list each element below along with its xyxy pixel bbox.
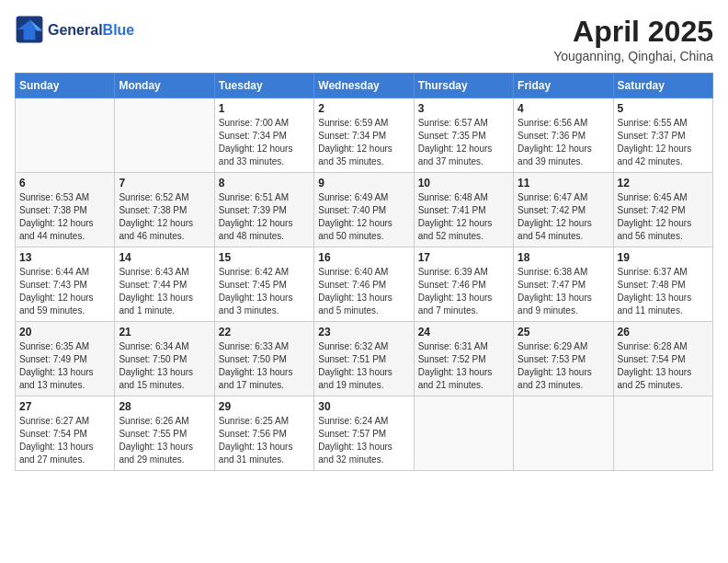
calendar-week-row: 13Sunrise: 6:44 AMSunset: 7:43 PMDayligh… [16,247,713,322]
day-info: Sunrise: 6:26 AMSunset: 7:55 PMDaylight:… [119,415,210,466]
day-info: Sunrise: 6:38 AMSunset: 7:47 PMDaylight:… [518,266,609,317]
weekday-header-tuesday: Tuesday [214,74,313,98]
day-info: Sunrise: 6:37 AMSunset: 7:48 PMDaylight:… [618,266,709,317]
day-number: 12 [618,177,709,190]
calendar-cell: 3Sunrise: 6:57 AMSunset: 7:35 PMDaylight… [414,98,513,173]
day-info: Sunrise: 6:42 AMSunset: 7:45 PMDaylight:… [219,266,310,317]
calendar-cell: 7Sunrise: 6:52 AMSunset: 7:38 PMDaylight… [115,173,214,247]
day-info: Sunrise: 6:40 AMSunset: 7:46 PMDaylight:… [318,266,409,317]
day-info: Sunrise: 6:31 AMSunset: 7:52 PMDaylight:… [418,340,509,392]
day-number: 5 [618,102,709,115]
day-info: Sunrise: 6:51 AMSunset: 7:39 PMDaylight:… [219,191,310,243]
calendar-week-row: 20Sunrise: 6:35 AMSunset: 7:49 PMDayligh… [16,322,713,396]
calendar-cell: 17Sunrise: 6:39 AMSunset: 7:46 PMDayligh… [414,247,513,322]
day-info: Sunrise: 6:35 AMSunset: 7:49 PMDaylight:… [19,340,110,392]
weekday-header-wednesday: Wednesday [314,74,414,98]
day-info: Sunrise: 6:45 AMSunset: 7:42 PMDaylight:… [618,191,709,243]
day-number: 19 [618,251,709,264]
calendar-table: SundayMondayTuesdayWednesdayThursdayFrid… [15,73,713,471]
day-number: 25 [518,326,609,339]
day-number: 10 [418,177,509,190]
calendar-cell: 28Sunrise: 6:26 AMSunset: 7:55 PMDayligh… [115,396,214,471]
weekday-header-sunday: Sunday [16,74,115,98]
day-number: 8 [219,177,310,190]
day-number: 1 [219,102,310,115]
day-info: Sunrise: 6:32 AMSunset: 7:51 PMDaylight:… [318,340,409,392]
day-info: Sunrise: 6:59 AMSunset: 7:34 PMDaylight:… [318,117,409,168]
day-info: Sunrise: 6:55 AMSunset: 7:37 PMDaylight:… [618,117,709,168]
day-number: 4 [518,102,609,115]
day-info: Sunrise: 6:53 AMSunset: 7:38 PMDaylight:… [19,191,110,243]
location-subtitle: Youganning, Qinghai, China [553,49,713,63]
day-info: Sunrise: 6:56 AMSunset: 7:36 PMDaylight:… [518,117,609,168]
weekday-header-friday: Friday [514,74,613,98]
calendar-cell [115,98,214,173]
calendar-cell [613,396,712,471]
calendar-cell: 29Sunrise: 6:25 AMSunset: 7:56 PMDayligh… [214,396,313,471]
calendar-cell: 13Sunrise: 6:44 AMSunset: 7:43 PMDayligh… [16,247,115,322]
day-info: Sunrise: 6:28 AMSunset: 7:54 PMDaylight:… [618,340,709,392]
day-info: Sunrise: 6:57 AMSunset: 7:35 PMDaylight:… [418,117,509,168]
calendar-cell: 10Sunrise: 6:48 AMSunset: 7:41 PMDayligh… [414,173,513,247]
calendar-cell: 25Sunrise: 6:29 AMSunset: 7:53 PMDayligh… [514,322,613,396]
calendar-cell: 26Sunrise: 6:28 AMSunset: 7:54 PMDayligh… [613,322,712,396]
calendar-cell: 24Sunrise: 6:31 AMSunset: 7:52 PMDayligh… [414,322,513,396]
calendar-cell: 5Sunrise: 6:55 AMSunset: 7:37 PMDaylight… [613,98,712,173]
day-number: 28 [119,400,210,413]
calendar-cell: 30Sunrise: 6:24 AMSunset: 7:57 PMDayligh… [314,396,414,471]
day-info: Sunrise: 6:27 AMSunset: 7:54 PMDaylight:… [19,415,110,466]
calendar-cell: 8Sunrise: 6:51 AMSunset: 7:39 PMDaylight… [214,173,313,247]
day-number: 27 [19,400,110,413]
calendar-week-row: 27Sunrise: 6:27 AMSunset: 7:54 PMDayligh… [16,396,713,471]
calendar-cell: 2Sunrise: 6:59 AMSunset: 7:34 PMDaylight… [314,98,414,173]
day-number: 26 [618,326,709,339]
weekday-header-thursday: Thursday [414,74,513,98]
weekday-header-monday: Monday [115,74,214,98]
day-number: 21 [119,326,210,339]
day-info: Sunrise: 6:29 AMSunset: 7:53 PMDaylight:… [518,340,609,392]
day-info: Sunrise: 6:49 AMSunset: 7:40 PMDaylight:… [318,191,409,243]
calendar-cell [414,396,513,471]
calendar-cell: 20Sunrise: 6:35 AMSunset: 7:49 PMDayligh… [16,322,115,396]
day-number: 17 [418,251,509,264]
page-header: GeneralBlue April 2025 Youganning, Qingh… [15,15,713,63]
weekday-header-saturday: Saturday [613,74,712,98]
calendar-cell: 11Sunrise: 6:47 AMSunset: 7:42 PMDayligh… [514,173,613,247]
calendar-week-row: 6Sunrise: 6:53 AMSunset: 7:38 PMDaylight… [16,173,713,247]
logo: GeneralBlue [15,15,134,44]
calendar-cell: 21Sunrise: 6:34 AMSunset: 7:50 PMDayligh… [115,322,214,396]
day-info: Sunrise: 6:47 AMSunset: 7:42 PMDaylight:… [518,191,609,243]
title-block: April 2025 Youganning, Qinghai, China [553,15,713,63]
calendar-cell: 6Sunrise: 6:53 AMSunset: 7:38 PMDaylight… [16,173,115,247]
calendar-cell: 19Sunrise: 6:37 AMSunset: 7:48 PMDayligh… [613,247,712,322]
calendar-cell: 27Sunrise: 6:27 AMSunset: 7:54 PMDayligh… [16,396,115,471]
month-title: April 2025 [553,15,713,49]
day-number: 24 [418,326,509,339]
calendar-cell: 23Sunrise: 6:32 AMSunset: 7:51 PMDayligh… [314,322,414,396]
day-number: 29 [219,400,310,413]
day-info: Sunrise: 6:33 AMSunset: 7:50 PMDaylight:… [219,340,310,392]
calendar-cell: 14Sunrise: 6:43 AMSunset: 7:44 PMDayligh… [115,247,214,322]
day-number: 22 [219,326,310,339]
day-number: 2 [318,102,409,115]
day-number: 14 [119,251,210,264]
day-info: Sunrise: 6:43 AMSunset: 7:44 PMDaylight:… [119,266,210,317]
logo-blue-text: Blue [103,22,135,38]
day-number: 18 [518,251,609,264]
day-info: Sunrise: 6:52 AMSunset: 7:38 PMDaylight:… [119,191,210,243]
calendar-cell [514,396,613,471]
day-info: Sunrise: 6:44 AMSunset: 7:43 PMDaylight:… [19,266,110,317]
calendar-cell: 1Sunrise: 7:00 AMSunset: 7:34 PMDaylight… [214,98,313,173]
calendar-cell [16,98,115,173]
calendar-cell: 16Sunrise: 6:40 AMSunset: 7:46 PMDayligh… [314,247,414,322]
day-info: Sunrise: 6:34 AMSunset: 7:50 PMDaylight:… [119,340,210,392]
day-info: Sunrise: 6:25 AMSunset: 7:56 PMDaylight:… [219,415,310,466]
day-number: 23 [318,326,409,339]
day-number: 30 [318,400,409,413]
day-number: 11 [518,177,609,190]
day-number: 9 [318,177,409,190]
calendar-cell: 18Sunrise: 6:38 AMSunset: 7:47 PMDayligh… [514,247,613,322]
day-number: 7 [119,177,210,190]
calendar-cell: 15Sunrise: 6:42 AMSunset: 7:45 PMDayligh… [214,247,313,322]
calendar-cell: 4Sunrise: 6:56 AMSunset: 7:36 PMDaylight… [514,98,613,173]
